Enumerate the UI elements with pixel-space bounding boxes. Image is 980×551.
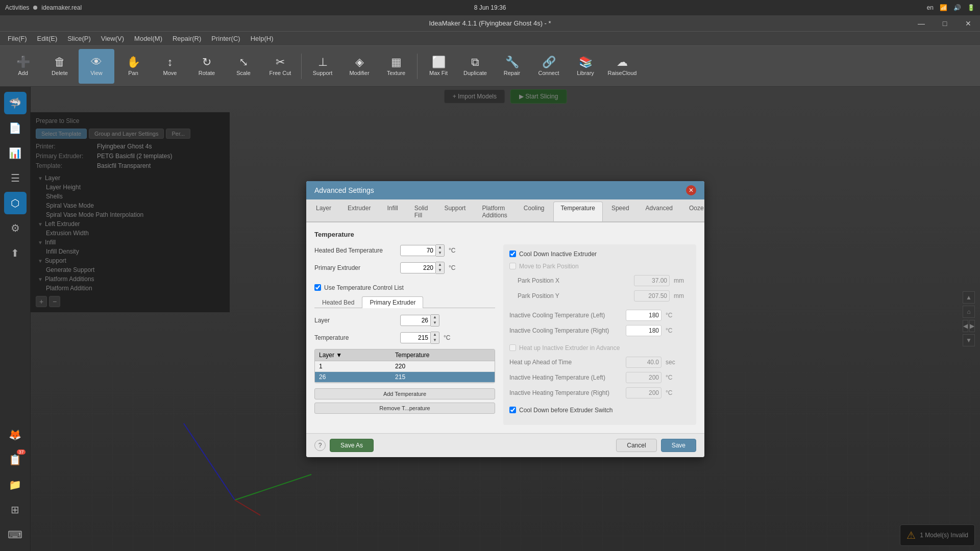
toolbar-duplicate[interactable]: ⧉ Duplicate	[457, 49, 493, 84]
lang-selector[interactable]: en	[927, 4, 934, 11]
tab-ooze[interactable]: Ooze	[681, 202, 704, 221]
primary-extruder-up[interactable]: ▲	[436, 262, 444, 268]
menu-view[interactable]: View(V)	[96, 33, 129, 44]
temperature-input[interactable]	[400, 332, 431, 343]
maximize-button[interactable]: □	[933, 15, 957, 31]
layer-up[interactable]: ▲	[431, 315, 439, 320]
activities-label[interactable]: Activities	[5, 4, 29, 11]
inactive-cool-left-input[interactable]	[626, 310, 662, 321]
toolbar-freecut[interactable]: ✂ Free Cut	[262, 49, 298, 84]
toolbar-library[interactable]: 📚 Library	[568, 49, 603, 84]
layer-input[interactable]	[400, 315, 431, 326]
tab-solid-fill[interactable]: Solid Fill	[407, 202, 436, 221]
sidebar-cube[interactable]: ⬡	[4, 192, 27, 214]
move-park-checkbox[interactable]	[509, 263, 516, 269]
col-layer[interactable]: Layer ▼	[315, 349, 391, 361]
inactive-cool-right-unit: °C	[666, 327, 672, 334]
inactive-cool-right-input[interactable]	[626, 325, 662, 336]
toolbar-repair[interactable]: 🔧 Repair	[494, 49, 530, 84]
minimize-button[interactable]: —	[910, 15, 933, 31]
inner-tab-primary-extruder[interactable]: Primary Extruder	[362, 296, 423, 308]
toolbar-move[interactable]: ↕ Move	[152, 49, 188, 84]
tab-extruder[interactable]: Extruder	[340, 202, 378, 221]
use-temp-control-checkbox[interactable]	[314, 284, 321, 291]
app-indicator	[33, 6, 37, 10]
sidebar-list[interactable]: ☰	[4, 167, 27, 189]
cancel-button[interactable]: Cancel	[616, 439, 656, 452]
temperature-down[interactable]: ▼	[431, 338, 439, 343]
table-row[interactable]: 1 220	[315, 361, 495, 371]
primary-extruder-down[interactable]: ▼	[436, 268, 444, 273]
toolbar-scale[interactable]: ⤡ Scale	[226, 49, 261, 84]
toolbar-view[interactable]: 👁 View	[79, 49, 114, 84]
remove-temperature-button[interactable]: Remove T...perature	[314, 403, 495, 414]
dialog-close-button[interactable]: ✕	[686, 185, 696, 195]
menu-edit[interactable]: Edit(E)	[32, 33, 63, 44]
tab-support[interactable]: Support	[436, 202, 473, 221]
sidebar-settings[interactable]: ⚙	[4, 217, 27, 239]
table-row[interactable]: 26 215	[315, 371, 495, 382]
tab-speed[interactable]: Speed	[604, 202, 637, 221]
menu-model[interactable]: Model(M)	[129, 33, 167, 44]
sidebar-badge[interactable]: 📋 37	[4, 448, 27, 471]
toolbar-support[interactable]: ⊥ Support	[305, 49, 340, 84]
sidebar-doc[interactable]: 📄	[4, 117, 27, 139]
menu-slice[interactable]: Slice(P)	[62, 33, 96, 44]
menu-help[interactable]: Help(H)	[246, 33, 279, 44]
support-icon: ⊥	[318, 57, 328, 68]
toolbar-add[interactable]: ➕ Add	[5, 49, 41, 84]
toolbar-connect[interactable]: 🔗 Connect	[531, 49, 567, 84]
sidebar-apps[interactable]: ⊞	[4, 498, 27, 521]
toolbar-delete-label: Delete	[52, 70, 68, 76]
temperature-up[interactable]: ▲	[431, 332, 439, 338]
layer-down[interactable]: ▼	[431, 320, 439, 326]
sidebar-upload[interactable]: ⬆	[4, 242, 27, 264]
window-title: IdeaMaker 4.1.1 (Flyingbear Ghost 4s) - …	[429, 19, 551, 27]
close-button[interactable]: ✕	[957, 15, 980, 31]
tab-cooling[interactable]: Cooling	[516, 202, 552, 221]
tab-infill[interactable]: Infill	[379, 202, 405, 221]
toolbar-modifier[interactable]: ◈ Modifier	[341, 49, 377, 84]
temperature-section-title: Temperature	[314, 231, 696, 238]
heated-bed-temp-up[interactable]: ▲	[436, 245, 444, 251]
heated-bed-temp-input[interactable]	[400, 245, 436, 256]
toolbar-pan[interactable]: ✋ Pan	[115, 49, 151, 84]
toolbar-separator-1	[301, 54, 302, 79]
menu-repair[interactable]: Repair(R)	[167, 33, 206, 44]
sidebar-shark[interactable]: 🦈	[4, 92, 27, 114]
park-y-unit: mm	[674, 292, 684, 299]
heat-inactive-checkbox[interactable]	[509, 344, 516, 351]
save-as-button[interactable]: Save As	[330, 439, 374, 452]
tab-platform-additions[interactable]: Platform Additions	[474, 202, 514, 221]
heated-bed-temp-down[interactable]: ▼	[436, 251, 444, 256]
heat-ahead-input	[626, 357, 662, 368]
modifier-icon: ◈	[355, 57, 364, 68]
toolbar-delete[interactable]: 🗑 Delete	[42, 49, 78, 84]
toolbar-rotate[interactable]: ↻ Rotate	[189, 49, 225, 84]
sidebar-chart[interactable]: 📊	[4, 142, 27, 164]
toolbar-raisecloud[interactable]: ☁ RaiseCloud	[604, 49, 640, 84]
temperature-table-container: Layer ▼ Temperature 1 220	[314, 349, 495, 383]
sidebar-firefox[interactable]: 🦊	[4, 423, 27, 446]
toolbar-maxfit[interactable]: ⬜ Max Fit	[421, 49, 456, 84]
toolbar-texture[interactable]: ▦ Texture	[378, 49, 414, 84]
layer-row: Layer ▲ ▼	[314, 314, 495, 327]
primary-extruder-input[interactable]	[400, 262, 436, 273]
cool-down-inactive-checkbox[interactable]	[509, 251, 516, 257]
tab-advanced[interactable]: Advanced	[638, 202, 680, 221]
add-temperature-button[interactable]: Add Temperature	[314, 388, 495, 399]
menu-file[interactable]: File(F)	[3, 33, 32, 44]
toolbar-view-label: View	[90, 70, 103, 76]
sidebar-file-manager[interactable]: 📁	[4, 473, 27, 496]
park-x-unit: mm	[674, 277, 684, 284]
help-button[interactable]: ?	[314, 440, 326, 451]
sidebar-keyboard[interactable]: ⌨	[4, 523, 27, 546]
cool-before-switch-checkbox[interactable]	[509, 407, 516, 413]
tab-layer[interactable]: Layer	[308, 202, 339, 221]
menu-printer[interactable]: Printer(C)	[206, 33, 245, 44]
tab-temperature[interactable]: Temperature	[553, 202, 603, 221]
inner-tab-heated-bed[interactable]: Heated Bed	[314, 296, 362, 308]
toolbar-connect-label: Connect	[538, 70, 559, 76]
toolbar-raisecloud-label: RaiseCloud	[608, 70, 637, 76]
save-button[interactable]: Save	[661, 439, 696, 452]
